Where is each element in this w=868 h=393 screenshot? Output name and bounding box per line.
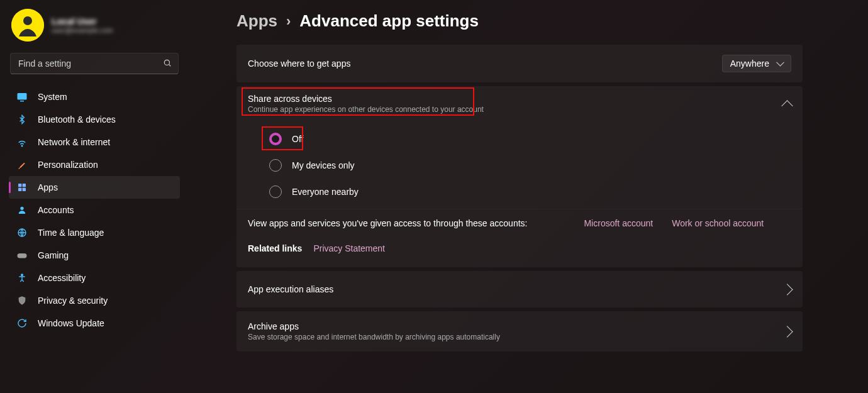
person-icon: [16, 204, 28, 216]
radio-icon: [269, 133, 282, 145]
wifi-icon: [16, 136, 28, 148]
sidebar-item-gaming[interactable]: Gaming: [9, 244, 180, 267]
chevron-right-icon: [781, 284, 793, 295]
radio-label: Off: [292, 134, 303, 144]
sidebar-item-apps[interactable]: Apps: [9, 176, 180, 199]
dropdown-value: Anywhere: [730, 58, 769, 69]
nav-list: System Bluetooth & devices Network & int…: [9, 86, 180, 335]
chevron-right-icon: [781, 326, 793, 337]
breadcrumb-root[interactable]: Apps: [236, 11, 277, 31]
microsoft-account-link[interactable]: Microsoft account: [584, 218, 653, 228]
sidebar-item-network[interactable]: Network & internet: [9, 131, 180, 153]
profile-block[interactable]: Local User user@example.com: [9, 6, 180, 50]
gamepad-icon: [16, 250, 28, 261]
apps-icon: [16, 182, 28, 193]
page-title: Advanced app settings: [299, 11, 479, 31]
svg-line-3: [169, 64, 171, 66]
share-option-off[interactable]: Off: [269, 133, 791, 145]
archive-apps-title: Archive apps: [248, 321, 500, 331]
svg-rect-4: [18, 93, 27, 100]
app-execution-aliases-title: App execution aliases: [248, 284, 333, 294]
sidebar-item-label: Apps: [38, 182, 172, 192]
sidebar-item-label: Personalization: [38, 160, 172, 170]
system-icon: [16, 91, 28, 102]
profile-name: Local User: [52, 16, 113, 26]
sidebar-item-time[interactable]: Time & language: [9, 221, 180, 244]
breadcrumb-separator-icon: ›: [286, 13, 291, 30]
accessibility-icon: [16, 272, 28, 284]
share-option-everyone[interactable]: Everyone nearby: [269, 185, 791, 198]
svg-point-2: [164, 60, 169, 65]
radio-label: Everyone nearby: [292, 187, 359, 197]
where-to-get-apps-title: Choose where to get apps: [248, 58, 350, 69]
search-box[interactable]: [10, 53, 179, 74]
avatar: [11, 9, 44, 42]
sidebar-item-label: System: [38, 92, 172, 102]
work-school-account-link[interactable]: Work or school account: [672, 218, 764, 228]
sidebar-item-bluetooth[interactable]: Bluetooth & devices: [9, 108, 180, 131]
sidebar-item-label: Bluetooth & devices: [38, 114, 172, 125]
svg-rect-13: [18, 253, 27, 258]
archive-apps-subtitle: Save storage space and internet bandwidt…: [248, 333, 500, 341]
sidebar-item-label: Windows Update: [38, 318, 172, 328]
where-to-get-apps-dropdown[interactable]: Anywhere: [722, 55, 791, 72]
radio-icon: [269, 185, 282, 198]
privacy-statement-link[interactable]: Privacy Statement: [313, 243, 385, 253]
svg-rect-7: [18, 184, 21, 187]
search-input[interactable]: [17, 58, 163, 69]
svg-rect-10: [23, 188, 26, 191]
sidebar-item-label: Accessibility: [38, 273, 172, 283]
share-title: Share across devices: [248, 94, 484, 104]
svg-point-14: [21, 274, 23, 276]
radio-label: My devices only: [292, 160, 355, 170]
svg-point-11: [20, 207, 23, 210]
sidebar-item-label: Accounts: [38, 205, 172, 215]
archive-apps-card[interactable]: Archive apps Save storage space and inte…: [236, 311, 803, 351]
sidebar-item-personalization[interactable]: Personalization: [9, 153, 180, 176]
account-access-row: View apps and services you've given acce…: [236, 209, 803, 237]
sidebar-item-accounts[interactable]: Accounts: [9, 199, 180, 221]
related-links-lead: Related links: [248, 243, 302, 253]
svg-point-1: [23, 16, 32, 25]
sidebar-item-accessibility[interactable]: Accessibility: [9, 267, 180, 289]
sidebar-item-label: Privacy & security: [38, 296, 172, 306]
brush-icon: [16, 159, 28, 170]
svg-rect-8: [23, 184, 26, 187]
shield-icon: [16, 295, 28, 306]
related-links-row: Related links Privacy Statement: [236, 237, 803, 267]
search-icon: [163, 58, 172, 69]
chevron-up-icon: [781, 100, 793, 111]
sidebar-item-system[interactable]: System: [9, 86, 180, 108]
sidebar-item-label: Time & language: [38, 228, 172, 238]
svg-rect-9: [18, 188, 21, 191]
sidebar-item-label: Network & internet: [38, 137, 172, 147]
svg-point-6: [21, 145, 23, 147]
update-icon: [16, 318, 28, 329]
sidebar-item-privacy[interactable]: Privacy & security: [9, 289, 180, 312]
app-execution-aliases-card[interactable]: App execution aliases: [236, 271, 803, 307]
share-subtitle: Continue app experiences on other device…: [248, 105, 484, 114]
sidebar-item-label: Gaming: [38, 250, 172, 260]
breadcrumb: Apps › Advanced app settings: [236, 11, 803, 31]
radio-icon: [269, 159, 282, 172]
account-access-lead: View apps and services you've given acce…: [248, 218, 527, 228]
share-option-my-devices[interactable]: My devices only: [269, 159, 791, 172]
sidebar: Local User user@example.com System: [0, 0, 189, 393]
where-to-get-apps-card: Choose where to get apps Anywhere: [236, 45, 803, 82]
svg-rect-5: [20, 101, 24, 102]
bluetooth-icon: [16, 114, 28, 125]
main-content: Apps › Advanced app settings Choose wher…: [189, 0, 868, 393]
share-options: Off My devices only Everyone nearby: [236, 121, 803, 208]
share-header-row[interactable]: Share across devices Continue app experi…: [236, 86, 803, 121]
globe-icon: [16, 227, 28, 238]
sidebar-item-update[interactable]: Windows Update: [9, 312, 180, 335]
share-across-devices-card: Share across devices Continue app experi…: [236, 86, 803, 267]
profile-email: user@example.com: [52, 26, 113, 34]
